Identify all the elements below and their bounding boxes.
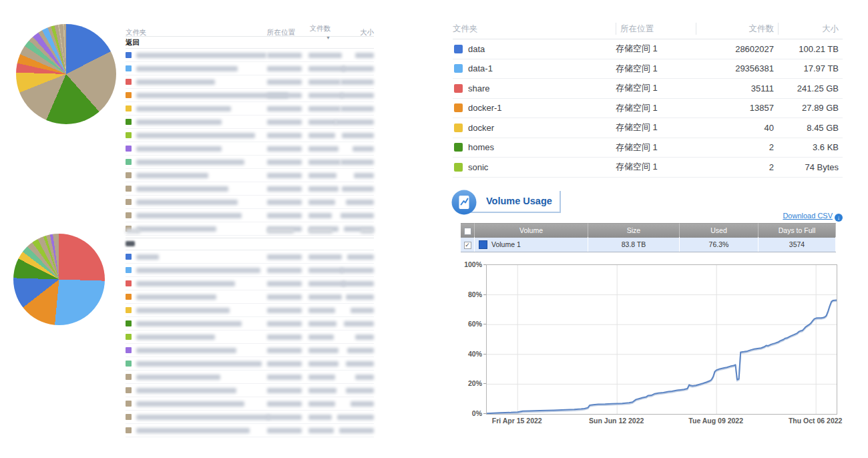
redacted-text bbox=[136, 268, 260, 273]
redacted-text bbox=[342, 133, 374, 138]
column-header-size[interactable]: 大小 bbox=[331, 28, 374, 37]
shared-folder-row[interactable]: data存储空间 128602027100.21 TB bbox=[453, 39, 843, 59]
folder-row[interactable] bbox=[126, 89, 374, 102]
shared-folders-body: data存储空间 128602027100.21 TBdata-1存储空间 12… bbox=[453, 39, 843, 178]
folder-row[interactable] bbox=[126, 196, 374, 209]
column-header-used: Used bbox=[680, 223, 758, 238]
folder-row[interactable] bbox=[126, 411, 374, 424]
folder-count: 28602027 bbox=[696, 44, 778, 54]
shared-folder-row[interactable]: sonic存储空间 1274 Bytes bbox=[453, 158, 843, 178]
folder-size: 241.25 GB bbox=[778, 83, 843, 93]
folder-row[interactable] bbox=[126, 116, 374, 129]
folder-color-icon bbox=[126, 294, 132, 300]
folder-row[interactable] bbox=[126, 75, 374, 89]
redacted-text bbox=[267, 334, 302, 340]
shared-folder-row[interactable]: share存储空间 135111241.25 GB bbox=[453, 79, 843, 99]
download-csv-link[interactable]: Download CSV bbox=[783, 212, 833, 220]
folder-row[interactable] bbox=[126, 142, 374, 156]
volume-days-to-full: 3574 bbox=[758, 237, 836, 252]
redacted-text bbox=[346, 200, 374, 205]
folder-row[interactable] bbox=[126, 209, 374, 222]
redacted-text bbox=[361, 228, 374, 234]
folder-row[interactable] bbox=[126, 344, 374, 357]
folder-count: 2 bbox=[696, 142, 778, 152]
shared-folder-row[interactable]: docker存储空间 1408.45 GB bbox=[453, 118, 843, 138]
redacted-text bbox=[136, 281, 235, 286]
folder-color-icon bbox=[126, 267, 132, 273]
folder-row[interactable] bbox=[126, 62, 374, 75]
volume-row[interactable]: ✓ Volume 1 83.8 TB 76.3% 3574 bbox=[461, 237, 836, 252]
folder-row[interactable] bbox=[126, 304, 374, 317]
folder-color-icon bbox=[126, 172, 132, 178]
folder-row[interactable] bbox=[126, 371, 374, 384]
folder-color-icon bbox=[454, 84, 463, 93]
folder-table-top: 文件夹 所在位置 文件数▼ 大小 返回 bbox=[126, 24, 374, 236]
redacted-text bbox=[341, 160, 374, 165]
folder-row[interactable] bbox=[126, 102, 374, 116]
volume-usage-table: Volume Size Used Days to Full ✓ Volume 1… bbox=[461, 223, 836, 252]
redacted-text bbox=[267, 133, 302, 138]
folder-row[interactable] bbox=[126, 330, 374, 344]
redacted-text bbox=[136, 93, 288, 98]
back-row[interactable]: 返回 bbox=[126, 37, 374, 49]
redacted-text bbox=[308, 334, 334, 340]
folder-row[interactable] bbox=[126, 317, 374, 330]
folder-row[interactable] bbox=[126, 397, 374, 411]
redacted-text bbox=[267, 186, 302, 192]
redacted-text bbox=[136, 213, 242, 218]
back-row-redacted[interactable] bbox=[126, 238, 374, 250]
folder-row[interactable] bbox=[126, 182, 374, 196]
folder-row[interactable] bbox=[126, 169, 374, 182]
folder-size: 74 Bytes bbox=[778, 162, 843, 172]
y-axis-label: 40% bbox=[455, 350, 482, 358]
redacted-text bbox=[308, 294, 342, 300]
redacted-text bbox=[308, 133, 335, 138]
select-all-cell[interactable] bbox=[461, 223, 475, 238]
folder-row[interactable] bbox=[126, 250, 374, 264]
y-axis-label: 60% bbox=[455, 320, 482, 328]
redacted-text bbox=[267, 268, 302, 273]
volume-checkbox[interactable]: ✓ bbox=[464, 242, 471, 249]
y-axis-label: 0% bbox=[455, 409, 482, 417]
folder-row[interactable] bbox=[126, 357, 374, 371]
select-all-checkbox[interactable] bbox=[464, 228, 471, 235]
column-header-folder[interactable]: 文件夹 bbox=[453, 23, 616, 35]
folder-row[interactable] bbox=[126, 264, 374, 277]
folder-table-bottom bbox=[126, 226, 374, 437]
folder-row[interactable] bbox=[126, 129, 374, 142]
folder-row[interactable] bbox=[126, 49, 374, 62]
redacted-text bbox=[136, 200, 238, 205]
folder-color-icon bbox=[126, 307, 132, 313]
column-header-location[interactable]: 所在位置 bbox=[616, 23, 696, 35]
redacted-text bbox=[354, 173, 374, 178]
shared-folder-row[interactable]: data-1存储空间 12935638117.97 TB bbox=[453, 59, 843, 79]
folder-color-icon bbox=[126, 347, 132, 353]
redacted-text bbox=[337, 415, 374, 420]
shared-folder-row[interactable]: docker-1存储空间 11385727.89 GB bbox=[453, 99, 843, 119]
column-header-days-to-full: Days to Full bbox=[758, 223, 836, 238]
column-header-count[interactable]: 文件数▼ bbox=[308, 24, 331, 41]
redacted-text bbox=[308, 213, 332, 218]
shared-folder-row[interactable]: homes存储空间 123.6 KB bbox=[453, 138, 843, 158]
folder-row[interactable] bbox=[126, 424, 374, 437]
folder-row[interactable] bbox=[126, 290, 374, 304]
redacted-text bbox=[351, 401, 374, 407]
x-axis-label: Thu Oct 06 2022 bbox=[789, 417, 843, 425]
folder-color-icon bbox=[126, 65, 132, 71]
folder-row[interactable] bbox=[126, 384, 374, 397]
folder-row[interactable] bbox=[126, 156, 374, 169]
column-header-location[interactable]: 所在位置 bbox=[267, 28, 308, 37]
redacted-text bbox=[347, 348, 374, 353]
volume-name: Volume 1 bbox=[491, 237, 521, 252]
folder-count: 29356381 bbox=[696, 63, 778, 73]
redacted-text bbox=[342, 66, 374, 71]
redacted-text bbox=[267, 388, 302, 393]
folder-row[interactable] bbox=[126, 277, 374, 290]
column-header-size[interactable]: 大小 bbox=[778, 23, 843, 35]
redacted-text bbox=[308, 428, 334, 433]
redacted-text bbox=[267, 308, 302, 313]
column-header-folder[interactable]: 文件夹 bbox=[126, 28, 267, 37]
column-header-count[interactable]: 文件数 bbox=[696, 23, 778, 35]
redacted-text bbox=[351, 308, 374, 313]
y-axis-label: 80% bbox=[455, 290, 482, 298]
